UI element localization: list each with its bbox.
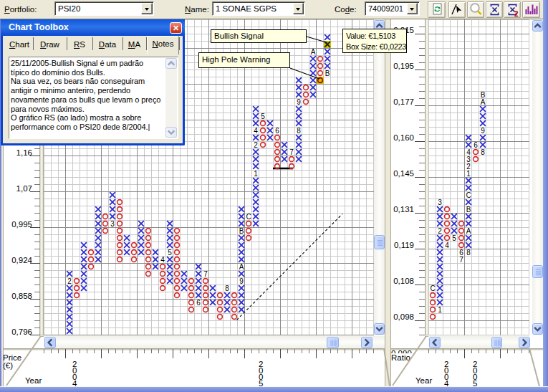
svg-text:2: 2: [514, 10, 519, 18]
